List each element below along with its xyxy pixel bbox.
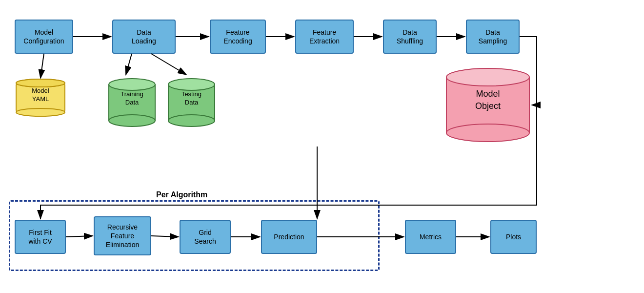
testing-data-cylinder: TestingData: [166, 76, 217, 129]
data-shuffling-box: DataShuffling: [383, 20, 437, 54]
model-yaml: ModelYAML: [14, 78, 67, 117]
model-config-box: ModelConfiguration: [15, 20, 73, 54]
svg-point-11: [446, 124, 529, 142]
svg-line-19: [40, 54, 44, 78]
training-data-cylinder: TrainingData: [106, 76, 158, 129]
model-object-cylinder: ModelObject: [444, 63, 532, 146]
per-algorithm-label: Per Algorithm: [156, 190, 207, 199]
svg-point-2: [16, 108, 65, 116]
feature-extraction-box: FeatureExtraction: [295, 20, 354, 54]
recursive-fe-box: RecursiveFeatureElimination: [94, 216, 151, 255]
metrics-box: Metrics: [405, 220, 456, 254]
svg-point-9: [168, 79, 215, 90]
svg-point-3: [16, 79, 65, 87]
data-sampling-box: DataSampling: [466, 20, 520, 54]
plots-box: Plots: [490, 220, 537, 254]
diagram: Per Algorithm ModelConfiguration DataLoa…: [0, 0, 644, 293]
grid-search-box: GridSearch: [180, 220, 231, 254]
prediction-box: Prediction: [261, 220, 317, 254]
svg-point-6: [109, 79, 155, 90]
first-fit-box: First Fitwith CV: [15, 220, 66, 254]
feature-encoding-box: FeatureEncoding: [210, 20, 266, 54]
svg-line-20: [126, 54, 132, 75]
svg-point-8: [168, 115, 215, 126]
svg-point-12: [446, 68, 529, 86]
svg-point-5: [109, 115, 155, 126]
svg-line-21: [151, 54, 186, 75]
data-loading-box: DataLoading: [112, 20, 176, 54]
